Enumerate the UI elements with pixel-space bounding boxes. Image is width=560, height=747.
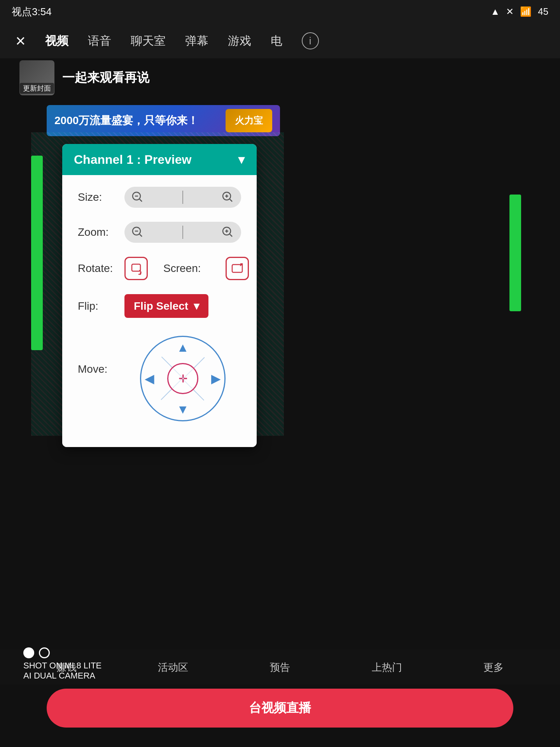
dpad-up-button[interactable]: ▲ (177, 340, 189, 355)
screen-label: Screen: (163, 262, 210, 275)
bottom-nav-preview[interactable]: 预告 (270, 661, 290, 674)
panel-header[interactable]: Channel 1 : Preview ▾ (62, 144, 257, 175)
flip-chevron-icon: ▾ (194, 300, 199, 312)
flip-control-row: Flip: Flip Select ▾ (78, 294, 241, 318)
panel-chevron-icon[interactable]: ▾ (238, 151, 245, 168)
zoom-label: Zoom: (78, 226, 124, 238)
dpad: ▲ ▼ ◀ ▶ ✛ (140, 336, 226, 421)
zoom-control-row: Zoom: (78, 222, 241, 243)
zoom-slider-divider (182, 226, 183, 239)
dpad-right-button[interactable]: ▶ (211, 371, 221, 386)
channel-avatar: 更新封面 (19, 60, 54, 95)
svg-line-6 (230, 199, 232, 202)
dot-outline (39, 647, 50, 658)
nav-item-voice[interactable]: 语音 (88, 33, 111, 49)
screen-icon (226, 257, 249, 280)
dpad-down-button[interactable]: ▼ (177, 402, 189, 417)
dpad-center-button[interactable]: ✛ (167, 363, 198, 394)
panel-title: Channel 1 : Preview (74, 153, 191, 167)
flip-select-button[interactable]: Flip Select ▾ (124, 294, 208, 318)
channel-header: 更新封面 一起来观看再说 (19, 58, 253, 97)
flip-select-label: Flip Select (134, 300, 188, 312)
green-right-indicator (509, 195, 521, 311)
size-increase-icon[interactable] (220, 189, 236, 205)
rotate-label: Rotate: (78, 262, 124, 275)
rotate-screen-row: Rotate: Screen: (78, 257, 241, 280)
channel-title: 一起来观看再说 (62, 69, 149, 86)
top-nav: × 视频 语音 聊天室 弹幕 游戏 电 i (0, 23, 560, 58)
rotate-icon (124, 257, 148, 280)
dot-white (23, 647, 34, 658)
x-icon: ✕ (506, 6, 514, 17)
size-control-row: Size: (78, 187, 241, 208)
bottom-nav-activity[interactable]: 活动区 (158, 661, 188, 674)
svg-rect-14 (132, 264, 140, 271)
wifi-icon: 📶 (520, 6, 532, 17)
move-label: Move: (78, 332, 124, 375)
channel-info: 一起来观看再说 (62, 69, 149, 86)
size-decrease-icon[interactable] (130, 189, 145, 205)
status-time: 视点3:54 (12, 5, 52, 19)
svg-line-9 (140, 234, 142, 237)
status-bar: 视点3:54 ▲ ✕ 📶 45 (0, 0, 560, 23)
cta-button[interactable]: 台视频直播 (47, 689, 513, 728)
dpad-center-icon: ✛ (178, 372, 187, 385)
shot-on-watermark: SHOT ON MI 8 LITE AI DUAL CAMERA (23, 647, 102, 681)
close-button[interactable]: × (16, 31, 26, 51)
nav-item-chatroom[interactable]: 聊天室 (131, 33, 166, 49)
bottom-nav-more[interactable]: 更多 (483, 661, 504, 674)
shot-on-line1: SHOT ON MI 8 LITE (23, 661, 102, 671)
shot-on-line2: AI DUAL CAMERA (23, 671, 102, 681)
control-panel: Channel 1 : Preview ▾ Size: (62, 144, 257, 447)
bottom-nav-hot[interactable]: 上热门 (372, 661, 402, 674)
update-label: 更新封面 (20, 83, 54, 94)
camera-dots (23, 647, 102, 658)
nav-item-video[interactable]: 视频 (45, 33, 68, 49)
info-icon[interactable]: i (302, 32, 319, 49)
signal-icon: ▲ (491, 6, 500, 17)
zoom-decrease-icon[interactable] (130, 224, 145, 240)
dpad-left-button[interactable]: ◀ (145, 371, 154, 386)
svg-line-13 (230, 234, 232, 237)
screen-button[interactable] (226, 257, 249, 280)
promo-badge: 火力宝 (235, 114, 263, 127)
rotate-button[interactable] (124, 257, 148, 280)
panel-body: Size: (62, 175, 257, 447)
battery-display: 45 (538, 6, 548, 17)
flip-label: Flip: (78, 300, 124, 312)
time-display: 视点3:54 (12, 5, 52, 19)
cta-label: 台视频直播 (249, 700, 311, 717)
promo-text: 2000万流量盛宴，只等你来！ (54, 113, 198, 128)
zoom-increase-icon[interactable] (220, 224, 236, 240)
svg-line-2 (140, 199, 142, 202)
dpad-wrapper: ▲ ▼ ◀ ▶ ✛ (124, 336, 241, 421)
promo-banner[interactable]: 2000万流量盛宴，只等你来！ 火力宝 (47, 105, 280, 136)
green-left-indicator (31, 156, 43, 350)
slider-divider (182, 191, 183, 204)
nav-item-danmu[interactable]: 弹幕 (185, 33, 208, 49)
rotate-screen-controls: Screen: (124, 257, 249, 280)
zoom-slider[interactable] (124, 222, 241, 243)
size-label: Size: (78, 191, 124, 203)
nav-item-games[interactable]: 游戏 (228, 33, 251, 49)
status-icons: ▲ ✕ 📶 45 (491, 6, 548, 17)
move-control-row: Move: ▲ ▼ ◀ ▶ ✛ (78, 332, 241, 421)
size-slider[interactable] (124, 187, 241, 208)
nav-item-power[interactable]: 电 (271, 33, 282, 49)
